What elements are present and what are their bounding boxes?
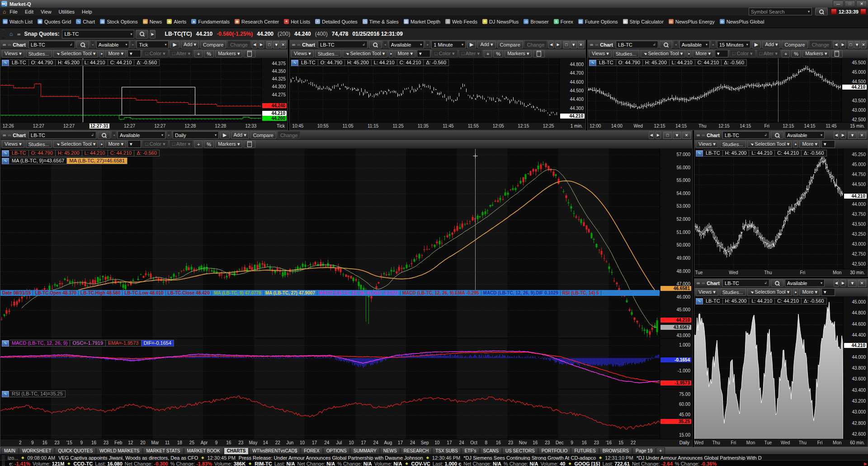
chart-symbol-input[interactable]: LB-TC↲: [28, 131, 96, 139]
next-button[interactable]: ▸: [711, 41, 716, 48]
restore-button[interactable]: □: [563, 41, 570, 48]
tab-market-book[interactable]: MARKET BOOK: [184, 447, 223, 454]
alter-button[interactable]: □ Alter ▾: [459, 50, 482, 57]
studies-button[interactable]: Studies...: [26, 50, 52, 57]
home-icon[interactable]: ⌂: [9, 31, 13, 37]
views-button[interactable]: Views ▾: [696, 140, 718, 148]
window-maximize-button[interactable]: □: [844, 0, 855, 7]
collapse-button[interactable]: ▼: [848, 280, 857, 287]
studies-button[interactable]: Studies...: [720, 140, 746, 148]
delete-button[interactable]: [533, 50, 545, 57]
studies-button[interactable]: Studies...: [315, 50, 341, 57]
toolbar-watch-list[interactable]: ▤Watch List: [3, 19, 33, 24]
news-headline[interactable]: Press Release: Under Armour Announces Gl…: [239, 455, 423, 461]
tool-expand-button[interactable]: ▸: [99, 140, 104, 148]
add-button[interactable]: Add ▾: [762, 41, 780, 48]
rsi-chart[interactable]: ∿RSI (LB-TC, 14)=35.25: [0, 390, 660, 440]
more-button[interactable]: More ▾: [799, 288, 820, 296]
menu-help[interactable]: Help: [82, 9, 92, 14]
prev-button[interactable]: ◂: [383, 41, 387, 48]
scroll-right-button[interactable]: ▶: [840, 131, 846, 139]
collapse-button[interactable]: ▼: [273, 41, 279, 48]
collapse-button[interactable]: ▼: [848, 132, 857, 139]
tab-news[interactable]: NEWS: [380, 447, 400, 454]
link-icon[interactable]: ∞: [702, 133, 705, 138]
tab-charts[interactable]: CHARTS: [224, 447, 249, 454]
selection-tool-button[interactable]: ▲Selection Tool ▾: [53, 50, 99, 57]
toolbar-dj-newsplus[interactable]: ❖DJ NewsPlus: [482, 19, 519, 24]
prev-button[interactable]: ◂: [674, 41, 678, 48]
percent-button[interactable]: %: [791, 50, 801, 57]
min60-chart-canvas[interactable]: [694, 297, 843, 440]
scroll-left-button[interactable]: ◀: [252, 41, 257, 48]
window-close-button[interactable]: ✕: [856, 0, 867, 7]
more-button[interactable]: More ▾: [105, 50, 126, 57]
more-button[interactable]: More ▾: [799, 140, 820, 148]
restore-button[interactable]: □: [266, 41, 272, 48]
add-button[interactable]: Add ▾: [231, 131, 249, 139]
delete-button[interactable]: [244, 140, 255, 148]
color-button[interactable]: □ Color ▾: [142, 50, 168, 57]
toolbar-stock-options[interactable]: ▥Stock Options: [100, 19, 137, 24]
snap-symbol-input[interactable]: LB-TC▾: [62, 30, 134, 38]
tab-forex[interactable]: FOREX: [301, 447, 322, 454]
toolbar-hot-lists[interactable]: ✶Hot Lists: [284, 19, 310, 24]
tab-futures[interactable]: FUTURES: [571, 447, 599, 454]
link-icon[interactable]: ∞: [17, 32, 20, 37]
views-button[interactable]: Views ▾: [696, 288, 718, 296]
news-headline[interactable]: *DJ Siemens Sees Continuing Strong Growt…: [463, 455, 596, 461]
prev-button[interactable]: ◂: [112, 131, 116, 139]
tab-etf-s[interactable]: ETF's: [462, 447, 480, 454]
tab-portfolio[interactable]: PORTFOLIO: [538, 447, 571, 454]
color-button[interactable]: □ Color ▾: [432, 50, 458, 57]
toolbar-fundamentals[interactable]: ▲Fundamentals: [191, 19, 230, 24]
link-icon[interactable]: ∞: [297, 42, 300, 47]
change-button[interactable]: Change: [278, 131, 301, 139]
toolbar-market-depth[interactable]: ▥Market Depth: [404, 19, 440, 24]
selection-tool-button[interactable]: ▲Selection Tool ▾: [747, 140, 793, 148]
style-combo[interactable]: ▾: [821, 140, 835, 148]
link-icon[interactable]: ∞: [590, 42, 593, 47]
next-button[interactable]: ▸: [425, 41, 430, 48]
compare-button[interactable]: Compare: [782, 41, 807, 48]
percent-button[interactable]: %: [204, 50, 214, 57]
min15-chart[interactable]: ∿LB-TCO: 44.790H: 45.200L: 44.210C: 44.2…: [588, 58, 841, 124]
available-combo[interactable]: Available▾: [679, 41, 710, 48]
chart-symbol-input[interactable]: LB-TC↲: [28, 41, 75, 48]
more-button[interactable]: More ▾: [395, 50, 415, 57]
tab-tsx-subs[interactable]: TSX SUBS: [432, 447, 461, 454]
toolbar-browser[interactable]: ◎Browser: [524, 19, 548, 24]
menu-edit[interactable]: Edit: [25, 9, 33, 14]
toolbar-chart[interactable]: ∿Chart: [76, 19, 95, 24]
snap-expand-button[interactable]: ▶: [150, 30, 155, 38]
close-icon[interactable]: ✕: [861, 41, 866, 48]
menu-file[interactable]: File: [9, 9, 18, 14]
play-button[interactable]: ▶: [170, 41, 179, 48]
tab-worksheet[interactable]: WORKSHEET: [19, 447, 54, 454]
min30-chart[interactable]: ∿LB-TCH: 45.200L: 44.210C: 44.210Δ: -0.5…: [694, 149, 843, 270]
markers-button[interactable]: Markers ▾: [215, 50, 242, 57]
compare-button[interactable]: Compare: [497, 41, 523, 48]
collapse-button[interactable]: ▼: [571, 41, 577, 48]
link-icon[interactable]: ∞: [3, 42, 6, 47]
next-button[interactable]: ▸: [167, 131, 171, 139]
chart-symbol-input[interactable]: LB-TC↲: [318, 41, 368, 48]
style-combo[interactable]: ▾: [821, 288, 835, 296]
link-icon[interactable]: ∞: [292, 42, 295, 47]
drag-grip[interactable]: [2, 456, 5, 460]
chart-search-button[interactable]: [660, 41, 672, 48]
period-combo[interactable]: Daily▾: [173, 131, 219, 139]
markers-button[interactable]: Markers ▾: [215, 140, 242, 148]
min60-chart[interactable]: ∿LB-TCH: 45.200L: 44.210C: 44.210Δ: -0.5…: [694, 297, 843, 440]
percent-button[interactable]: %: [204, 140, 214, 148]
tab-browsers[interactable]: BROWSERS: [599, 447, 632, 454]
home-icon[interactable]: ⌂: [3, 9, 6, 15]
period-combo[interactable]: 1 Minute▾: [431, 41, 466, 48]
scroll-right-button[interactable]: ▶: [840, 279, 846, 287]
close-icon[interactable]: ✕: [280, 41, 286, 48]
ticker-scroll-icon[interactable]: ▶: [864, 461, 867, 466]
toolbar-newsplus-energy[interactable]: ▤NewsPlus Energy: [669, 19, 715, 24]
menu-view[interactable]: View: [41, 9, 52, 14]
selection-tool-button[interactable]: ▲Selection Tool ▾: [641, 50, 686, 57]
toolbar-quotes-grid[interactable]: ▦Quotes Grid: [38, 19, 71, 24]
